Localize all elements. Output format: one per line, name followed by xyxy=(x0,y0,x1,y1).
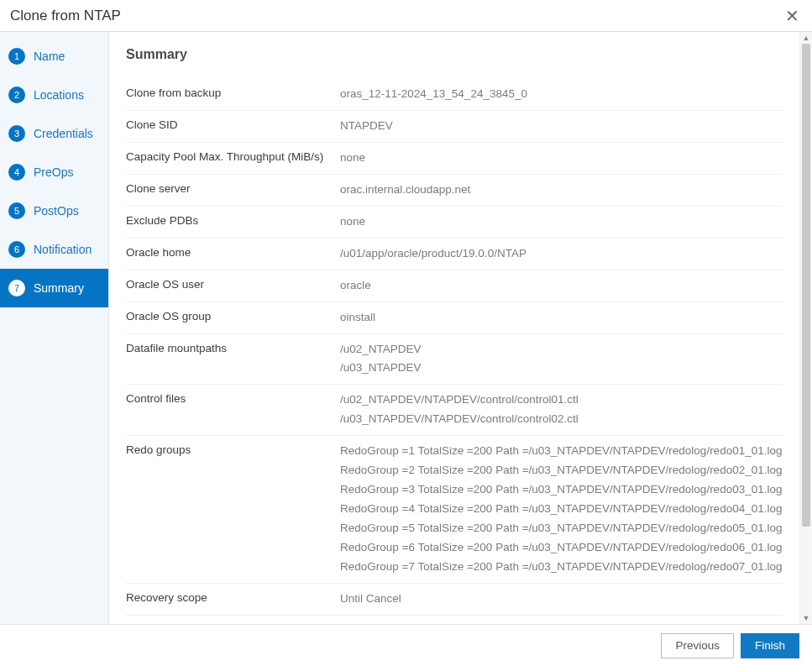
summary-value-line: /u03_NTAPDEV/NTAPDEV/control/control02.c… xyxy=(340,410,783,429)
summary-label: Recovery scope xyxy=(126,590,340,606)
summary-value: oinstall xyxy=(340,308,783,328)
summary-value-line: oinstall xyxy=(340,308,783,328)
summary-value-line: RedoGroup =7 TotalSize =200 Path =/u03_N… xyxy=(340,558,783,577)
wizard-step-locations[interactable]: 2Locations xyxy=(0,76,108,114)
summary-value-line: /u03_NTAPDEV xyxy=(340,359,783,378)
summary-value-line: NTAPDEV xyxy=(340,117,783,136)
step-number-icon: 5 xyxy=(8,202,25,219)
wizard-sidebar: 1Name2Locations3Credentials4PreOps5PostO… xyxy=(0,32,109,624)
summary-label: Capacity Pool Max. Throughput (MiB/s) xyxy=(126,149,340,165)
summary-value: RedoGroup =1 TotalSize =200 Path =/u03_N… xyxy=(340,442,783,577)
summary-value-line: RedoGroup =5 TotalSize =200 Path =/u03_N… xyxy=(340,519,783,538)
summary-row: Oracle OS groupoinstall xyxy=(126,302,783,333)
step-number-icon: 7 xyxy=(8,280,25,296)
step-label: PostOps xyxy=(34,204,79,218)
summary-row: Recovery scopeUntil Cancel xyxy=(126,583,783,615)
summary-value-line: /u02_NTAPDEV/NTAPDEV/control/control01.c… xyxy=(340,391,783,410)
summary-value: /u02_NTAPDEV/u03_NTAPDEV xyxy=(340,340,783,379)
summary-row: Redo groupsRedoGroup =1 TotalSize =200 P… xyxy=(126,435,783,583)
summary-value-line: RedoGroup =4 TotalSize =200 Path =/u03_N… xyxy=(340,500,783,519)
summary-value-line: Until Cancel xyxy=(340,590,783,609)
summary-value: Until Cancel xyxy=(340,590,783,609)
summary-label: Datafile mountpaths xyxy=(126,340,340,357)
step-label: Notification xyxy=(34,243,92,256)
window-title: Clone from NTAP xyxy=(10,8,782,24)
summary-row: Clone from backuporas_12-11-2024_13_54_2… xyxy=(126,79,783,110)
summary-value: none xyxy=(340,149,783,168)
summary-row: Prescript full pathnone xyxy=(126,615,783,624)
step-label: Credentials xyxy=(34,127,93,140)
summary-value-line: oras_12-11-2024_13_54_24_3845_0 xyxy=(340,85,783,104)
wizard-step-preops[interactable]: 4PreOps xyxy=(0,153,108,191)
wizard-step-name[interactable]: 1Name xyxy=(0,37,108,76)
summary-label: Clone from backup xyxy=(126,85,340,102)
step-label: Name xyxy=(34,50,65,63)
close-icon[interactable]: ✕ xyxy=(782,6,802,26)
scroll-thumb[interactable] xyxy=(802,44,810,527)
wizard-step-notification[interactable]: 6Notification xyxy=(0,230,108,269)
step-number-icon: 2 xyxy=(8,87,25,103)
summary-row: Oracle OS useroracle xyxy=(126,270,783,302)
scroll-down-icon[interactable]: ▼ xyxy=(800,612,812,624)
summary-value-line: RedoGroup =2 TotalSize =200 Path =/u03_N… xyxy=(340,461,783,480)
wizard-step-postops[interactable]: 5PostOps xyxy=(0,191,108,230)
summary-label: Redo groups xyxy=(126,442,340,459)
summary-row: Control files/u02_NTAPDEV/NTAPDEV/contro… xyxy=(126,384,783,435)
summary-label: Exclude PDBs xyxy=(126,212,340,229)
step-label: Locations xyxy=(34,88,84,102)
step-label: Summary xyxy=(34,281,84,295)
wizard-step-credentials[interactable]: 3Credentials xyxy=(0,114,108,153)
summary-rows: Clone from backuporas_12-11-2024_13_54_2… xyxy=(126,79,783,624)
summary-value: /u02_NTAPDEV/NTAPDEV/control/control01.c… xyxy=(340,391,783,429)
summary-value: oras_12-11-2024_13_54_24_3845_0 xyxy=(340,85,783,104)
step-number-icon: 1 xyxy=(8,48,25,65)
summary-value-line: none xyxy=(340,212,783,232)
step-label: PreOps xyxy=(34,165,73,179)
summary-row: Datafile mountpaths/u02_NTAPDEV/u03_NTAP… xyxy=(126,333,783,385)
summary-row: Capacity Pool Max. Throughput (MiB/s)non… xyxy=(126,142,783,174)
previous-button[interactable]: Previous xyxy=(661,633,734,658)
summary-row: Oracle home/u01/app/oracle/product/19.0.… xyxy=(126,238,783,270)
summary-value-line: RedoGroup =3 TotalSize =200 Path =/u03_N… xyxy=(340,480,783,500)
step-number-icon: 3 xyxy=(8,125,25,142)
summary-label: Oracle OS group xyxy=(126,308,340,325)
summary-value-line: orac.internal.cloudapp.net xyxy=(340,181,783,200)
scroll-track[interactable] xyxy=(802,44,810,612)
summary-panel: Summary Clone from backuporas_12-11-2024… xyxy=(109,32,799,624)
summary-value: none xyxy=(340,621,783,624)
summary-value-line: none xyxy=(340,149,783,168)
summary-label: Prescript full path xyxy=(126,621,340,624)
summary-row: Clone serverorac.internal.cloudapp.net xyxy=(126,174,783,206)
summary-row: Exclude PDBsnone xyxy=(126,206,783,238)
summary-value: oracle xyxy=(340,276,783,296)
summary-label: Clone SID xyxy=(126,117,340,134)
scroll-up-icon[interactable]: ▲ xyxy=(800,32,812,44)
summary-value-line: /u01/app/oracle/product/19.0.0/NTAP xyxy=(340,244,783,264)
summary-value: NTAPDEV xyxy=(340,117,783,136)
step-number-icon: 4 xyxy=(8,164,25,181)
vertical-scrollbar[interactable]: ▲ ▼ xyxy=(799,32,812,624)
summary-value: none xyxy=(340,212,783,232)
summary-value-line: RedoGroup =1 TotalSize =200 Path =/u03_N… xyxy=(340,442,783,461)
summary-value-line: /u02_NTAPDEV xyxy=(340,340,783,359)
page-title: Summary xyxy=(126,47,783,62)
summary-value-line: oracle xyxy=(340,276,783,296)
wizard-footer: Previous Finish xyxy=(0,624,812,666)
summary-value-line: none xyxy=(340,621,783,624)
summary-value-line: RedoGroup =6 TotalSize =200 Path =/u03_N… xyxy=(340,538,783,558)
finish-button[interactable]: Finish xyxy=(741,633,799,658)
summary-label: Oracle home xyxy=(126,244,340,261)
summary-label: Clone server xyxy=(126,181,340,197)
wizard-step-summary[interactable]: 7Summary xyxy=(0,269,108,307)
summary-row: Clone SIDNTAPDEV xyxy=(126,110,783,142)
summary-value: /u01/app/oracle/product/19.0.0/NTAP xyxy=(340,244,783,264)
summary-label: Control files xyxy=(126,391,340,407)
summary-label: Oracle OS user xyxy=(126,276,340,293)
title-bar: Clone from NTAP ✕ xyxy=(0,0,812,32)
step-number-icon: 6 xyxy=(8,241,25,258)
summary-value: orac.internal.cloudapp.net xyxy=(340,181,783,200)
